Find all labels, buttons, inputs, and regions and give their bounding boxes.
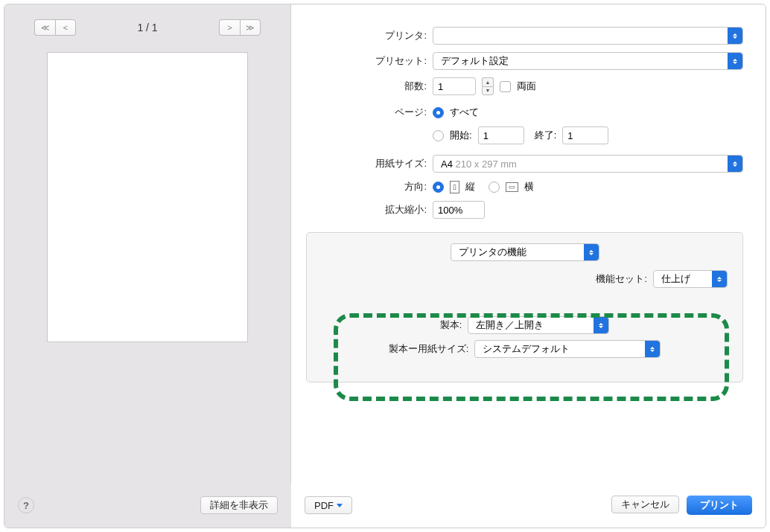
updown-icon: [728, 53, 742, 69]
preview-page: [47, 52, 248, 342]
duplex-checkbox[interactable]: [500, 81, 511, 92]
pages-from-label: 開始:: [450, 129, 472, 142]
pages-all-label: すべて: [450, 106, 479, 119]
updown-icon: [645, 341, 660, 357]
orientation-landscape-radio[interactable]: [489, 182, 500, 193]
paper-size-label: 用紙サイズ:: [306, 157, 433, 170]
help-button[interactable]: ?: [18, 497, 34, 513]
pages-to-label: 終了:: [535, 129, 557, 142]
updown-icon: [712, 271, 727, 287]
print-dialog: ≪ < 1 / 1 > ≫ プリンタ:: [4, 4, 766, 528]
copies-label: 部数:: [306, 80, 433, 93]
features-section-value: プリンタの機能: [459, 246, 526, 259]
pdf-menu-button[interactable]: PDF: [305, 496, 352, 514]
updown-icon: [584, 244, 599, 260]
copies-stepper[interactable]: ▲▼: [482, 77, 494, 95]
feature-set-select[interactable]: 仕上げ: [653, 270, 728, 288]
pages-all-radio[interactable]: [433, 107, 444, 118]
landscape-icon: ▭: [506, 182, 518, 192]
portrait-icon: ▯: [450, 181, 459, 193]
scale-label: 拡大縮小:: [306, 203, 433, 217]
preset-value: デフォルト設定: [441, 54, 509, 68]
dialog-upper: ≪ < 1 / 1 > ≫ プリンタ:: [4, 4, 766, 483]
next-page-buttons: > ≫: [219, 19, 261, 36]
feature-set-value: 仕上げ: [661, 272, 690, 286]
orientation-portrait-radio[interactable]: [433, 182, 444, 193]
preset-select[interactable]: デフォルト設定: [433, 52, 743, 70]
last-page-button[interactable]: ≫: [240, 19, 261, 36]
copies-input[interactable]: [433, 77, 476, 95]
binding-select[interactable]: 左開き／上開き: [468, 316, 609, 334]
prev-page-buttons: ≪ <: [34, 19, 76, 36]
pages-from-input[interactable]: [478, 126, 524, 144]
updown-icon: [728, 28, 742, 44]
orientation-label: 方向:: [306, 180, 433, 193]
printer-label: プリンタ:: [306, 29, 433, 42]
printer-features-panel: プリンタの機能 機能セット: 仕上げ 製本: 左開き／上開き: [306, 232, 743, 382]
preset-label: プリセット:: [306, 54, 433, 68]
binding-paper-label: 製本ー用紙サイズ:: [389, 342, 469, 356]
scale-input[interactable]: [433, 201, 485, 219]
prev-page-button[interactable]: <: [55, 19, 76, 36]
binding-label: 製本:: [440, 318, 462, 332]
updown-icon: [594, 317, 608, 333]
feature-set-label: 機能セット:: [596, 272, 647, 286]
binding-value: 左開き／上開き: [476, 318, 544, 332]
binding-paper-select[interactable]: システムデフォルト: [474, 340, 661, 358]
cancel-button[interactable]: キャンセル: [611, 496, 679, 513]
pages-label: ページ:: [306, 106, 433, 119]
pages-range-radio[interactable]: [433, 130, 444, 141]
first-page-button[interactable]: ≪: [34, 19, 55, 36]
preview-page-wrap: [4, 46, 290, 468]
options-pane: プリンタ: プリセット: デフォルト設定: [291, 4, 766, 483]
preview-nav: ≪ < 1 / 1 > ≫: [4, 19, 290, 46]
next-page-button[interactable]: >: [219, 19, 240, 36]
preview-pane: ≪ < 1 / 1 > ≫: [4, 4, 291, 483]
updown-icon: [728, 156, 742, 172]
printer-value: [441, 29, 489, 42]
paper-size-select[interactable]: A4 210 x 297 mm: [433, 155, 743, 173]
print-button[interactable]: プリント: [687, 496, 752, 515]
features-section-select[interactable]: プリンタの機能: [451, 243, 599, 261]
printer-select[interactable]: [433, 27, 743, 45]
binding-paper-value: システムデフォルト: [483, 342, 570, 356]
pages-to-input[interactable]: [562, 126, 608, 144]
landscape-label: 横: [524, 180, 534, 193]
hide-details-button[interactable]: 詳細を非表示: [200, 496, 278, 514]
bottom-bar: ? 詳細を非表示 PDF キャンセル プリント: [4, 483, 766, 528]
duplex-label: 両面: [517, 80, 536, 93]
portrait-label: 縦: [465, 180, 475, 193]
page-readout: 1 / 1: [137, 22, 157, 33]
